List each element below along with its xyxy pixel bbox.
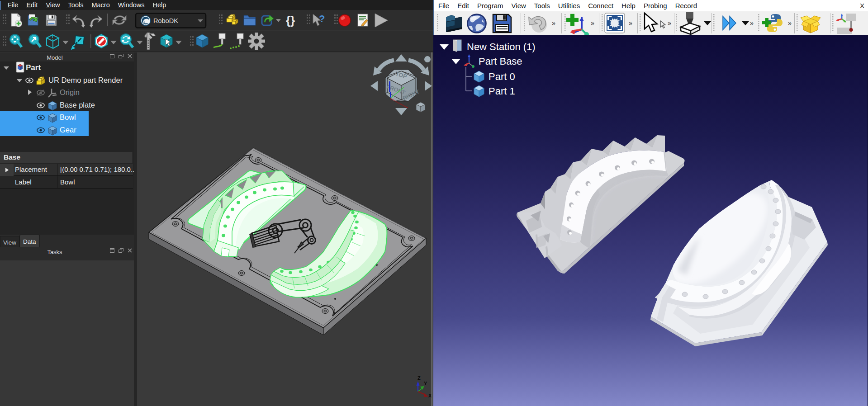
- svg-text:Part 1: Part 1: [489, 85, 515, 97]
- svg-text:Part 0: Part 0: [489, 71, 515, 82]
- svg-text:Z: Z: [417, 375, 421, 381]
- svg-text:{}: {}: [286, 14, 295, 27]
- svg-text:Y: Y: [424, 381, 427, 386]
- svg-text:New Station (1): New Station (1): [467, 41, 536, 52]
- svg-text:Part Base: Part Base: [479, 56, 522, 67]
- svg-text:?: ?: [319, 13, 325, 24]
- svg-text:RoboDK: RoboDK: [153, 17, 178, 24]
